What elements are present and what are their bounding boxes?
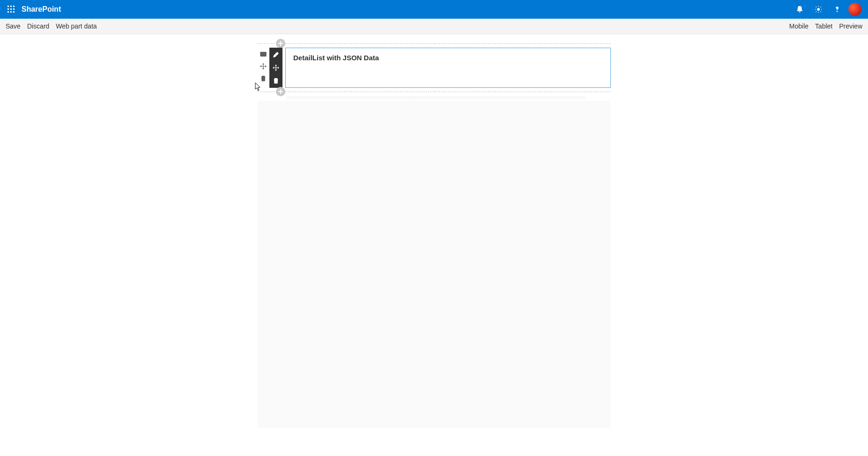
svg-rect-15 xyxy=(278,91,283,92)
svg-point-9 xyxy=(817,8,820,11)
cmd-save[interactable]: Save xyxy=(6,22,21,30)
cmd-webpartdata[interactable]: Web part data xyxy=(56,22,97,30)
add-section-button[interactable] xyxy=(276,39,285,48)
help-icon[interactable] xyxy=(828,0,846,19)
svg-point-10 xyxy=(837,11,837,12)
webpart-move-icon[interactable] xyxy=(272,64,280,72)
svg-rect-6 xyxy=(7,11,9,13)
svg-rect-4 xyxy=(10,8,12,10)
cmd-preview[interactable]: Preview xyxy=(839,22,862,30)
user-avatar[interactable] xyxy=(848,3,861,16)
suite-header: SharePoint xyxy=(0,0,868,19)
svg-rect-0 xyxy=(7,6,9,7)
cmd-tablet[interactable]: Tablet xyxy=(815,22,832,30)
cmd-discard[interactable]: Discard xyxy=(27,22,49,30)
svg-rect-1 xyxy=(10,6,12,7)
add-section-line-bottom xyxy=(257,87,611,96)
settings-gear-icon[interactable] xyxy=(809,0,828,19)
section-edit-icon[interactable] xyxy=(260,50,267,58)
svg-rect-12 xyxy=(278,43,283,44)
svg-rect-3 xyxy=(7,8,9,10)
webpart-delete-icon[interactable] xyxy=(272,77,280,85)
section-shadow xyxy=(286,96,586,101)
cmd-mobile[interactable]: Mobile xyxy=(789,22,809,30)
add-section-line-top xyxy=(257,39,611,48)
section-toolbar xyxy=(257,48,269,88)
canvas-area: DetailList with JSON Data xyxy=(0,34,868,456)
brand-label[interactable]: SharePoint xyxy=(22,5,61,14)
webpart-container[interactable]: DetailList with JSON Data xyxy=(285,48,611,88)
svg-rect-5 xyxy=(13,8,14,10)
command-bar: Save Discard Web part data Mobile Tablet… xyxy=(0,19,868,34)
svg-rect-7 xyxy=(10,11,12,13)
webpart-edit-icon[interactable] xyxy=(272,50,280,59)
section-row: DetailList with JSON Data xyxy=(257,48,611,88)
webpart-toolbar xyxy=(269,48,282,88)
section-move-icon[interactable] xyxy=(260,63,267,70)
svg-rect-2 xyxy=(13,6,14,7)
empty-canvas[interactable] xyxy=(257,101,611,428)
page-canvas: DetailList with JSON Data xyxy=(257,39,611,456)
section-delete-icon[interactable] xyxy=(260,75,267,82)
notifications-icon[interactable] xyxy=(790,0,809,19)
webpart-title: DetailList with JSON Data xyxy=(293,54,603,62)
svg-rect-8 xyxy=(13,11,14,13)
app-launcher-icon[interactable] xyxy=(4,2,19,17)
add-section-button-bottom[interactable] xyxy=(276,87,285,96)
